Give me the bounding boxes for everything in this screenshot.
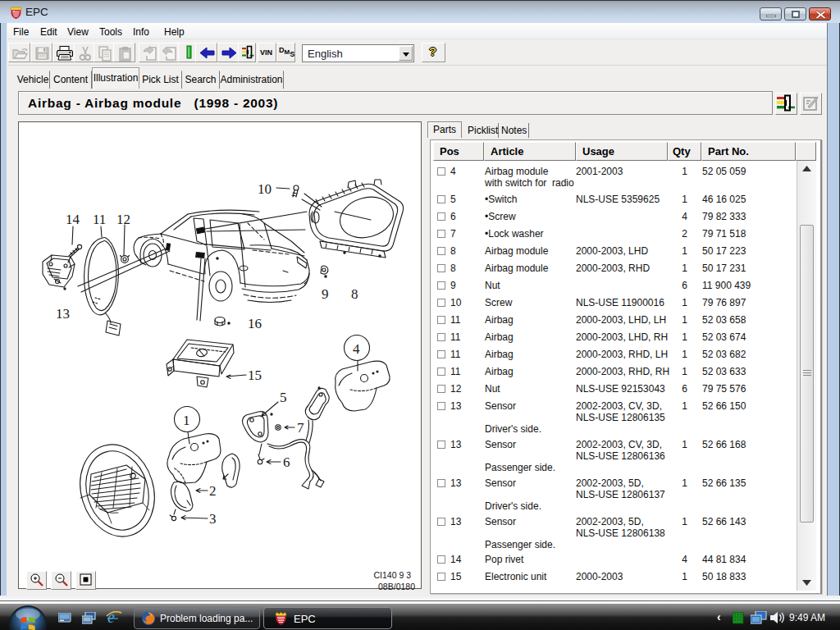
svg-text:16: 16 (248, 316, 262, 331)
svg-text:7: 7 (297, 420, 304, 436)
svg-text:4: 4 (353, 341, 360, 357)
svg-text:15: 15 (248, 368, 262, 383)
svg-text:12: 12 (116, 212, 130, 227)
svg-text:8: 8 (351, 286, 358, 302)
svg-text:14: 14 (66, 212, 80, 227)
svg-text:11: 11 (93, 212, 106, 227)
svg-text:10: 10 (258, 181, 272, 197)
svg-text:13: 13 (56, 306, 70, 322)
svg-text:1: 1 (183, 413, 190, 428)
svg-text:3: 3 (209, 511, 217, 527)
svg-text:e: e (107, 609, 115, 626)
svg-text:5: 5 (280, 390, 287, 405)
svg-text:9: 9 (322, 286, 329, 302)
svg-text:6: 6 (283, 454, 290, 470)
svg-text:2: 2 (209, 483, 217, 499)
